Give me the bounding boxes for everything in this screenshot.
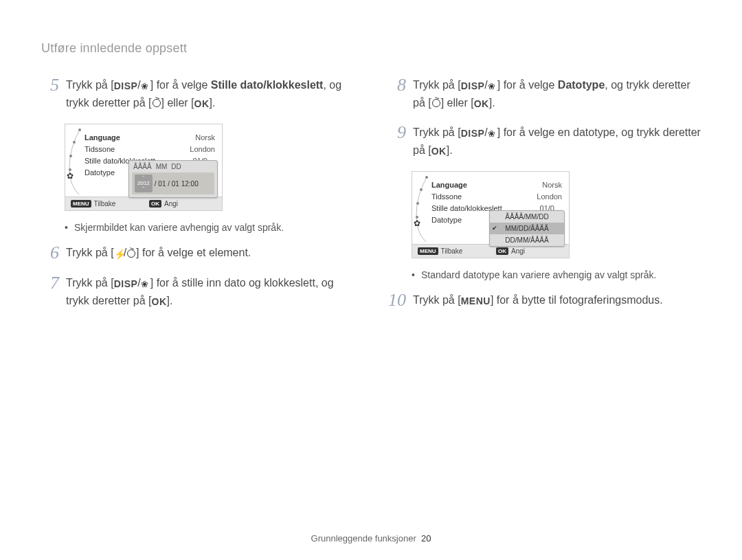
page-footer: Grunnleggende funksjoner 20 [0,533,742,544]
step-number: 5 [41,76,59,111]
step-body: Trykk på [DISP/] for å stille inn dato o… [66,274,354,309]
step-body: Trykk på [DISP/] for å velge en datotype… [413,124,701,159]
note-text: Standard datotype kan variere avhengig a… [421,269,701,280]
ok-badge: OK [149,200,161,208]
svg-point-2 [69,155,72,157]
disp-label: DISP [461,128,485,139]
menu-row: LanguageNorsk [431,179,562,190]
note-text: Skjermbildet kan variere avhengig av val… [74,222,354,233]
disp-label: DISP [114,80,138,91]
date-format-option: ÅÅÅÅ/MM/DD [490,211,564,223]
ok-badge: OK [496,247,508,255]
timer-icon [152,98,161,108]
page-title: Utføre innledende oppsett [41,41,701,56]
menu-row: LanguageNorsk [85,131,215,143]
macro-icon [488,81,497,91]
step-number: 7 [41,274,59,309]
screen-footer: MENUTilbake OKAngi [65,197,222,210]
step-body: Trykk på [DISP/] for å velge Stille dato… [66,76,354,111]
flash-icon [114,249,124,258]
ok-label: OK [194,98,210,109]
svg-point-4 [425,176,428,179]
svg-point-0 [78,128,81,131]
date-format-option-selected: MM/DD/ÅÅÅÅ [490,223,564,234]
menu-row: TidssoneLondon [431,190,562,202]
step-7: 7 Trykk på [DISP/] for å stille inn dato… [41,274,354,309]
camera-screen-2: ✿ LanguageNorsk TidssoneLondon Stille da… [412,171,570,258]
step-5: 5 Trykk på [DISP/] for å velge Stille da… [41,76,354,111]
menu-badge: MENU [71,200,91,208]
step-body: Trykk på [DISP/] for å velge Datotype, o… [413,76,701,111]
ok-label: OK [474,98,489,109]
step-body: Trykk på [/] for å velge et element. [66,244,354,262]
macro-icon [141,81,150,91]
left-column: 5 Trykk på [DISP/] for å velge Stille da… [41,76,354,322]
step-6: 6 Trykk på [/] for å velge et element. [41,244,354,262]
disp-label: DISP [461,80,485,91]
svg-point-5 [420,188,423,191]
camera-screen-1: ✿ LanguageNorsk TidssoneLondon Stille da… [65,124,223,211]
svg-point-1 [73,141,76,144]
step-number: 8 [388,76,406,111]
svg-point-6 [416,202,419,205]
menu-badge: MENU [418,247,438,255]
menu-row: TidssoneLondon [85,143,215,155]
date-overlay: ÅÅÅÅ MM DD ˆ2012ˇ / 01 / 01 12:00 [128,160,218,198]
step-10: 10 Trykk på [MENU] for å bytte til fotog… [388,291,701,309]
gear-icon: ✿ [67,171,74,181]
step-number: 9 [388,124,406,159]
disp-label: DISP [114,278,138,289]
step-number: 10 [388,291,406,309]
bold-text: Stille dato/klokkeslett [211,79,324,91]
gear-icon: ✿ [414,219,420,228]
step-body: Trykk på [MENU] for å bytte til fotograf… [413,291,701,309]
datotype-overlay: ÅÅÅÅ/MM/DD MM/DD/ÅÅÅÅ DD/MM/ÅÅÅÅ [489,210,565,247]
right-column: 8 Trykk på [DISP/] for å velge Datotype,… [388,76,701,322]
date-format-option: DD/MM/ÅÅÅÅ [490,234,564,246]
ok-label: OK [431,145,447,156]
menu-label: MENU [461,295,491,306]
ok-label: OK [152,295,167,306]
bold-text: Datotype [558,79,605,91]
year-spinner: ˆ2012ˇ [135,175,153,192]
step-number: 6 [41,244,59,262]
macro-icon [141,279,150,289]
menu-curve-icon [414,175,431,243]
menu-curve-icon [67,127,85,196]
macro-icon [488,128,497,138]
step-9: 9 Trykk på [DISP/] for å velge en datoty… [388,124,701,159]
step-8: 8 Trykk på [DISP/] for å velge Datotype,… [388,76,701,111]
timer-icon [126,249,136,258]
timer-icon [431,98,441,108]
